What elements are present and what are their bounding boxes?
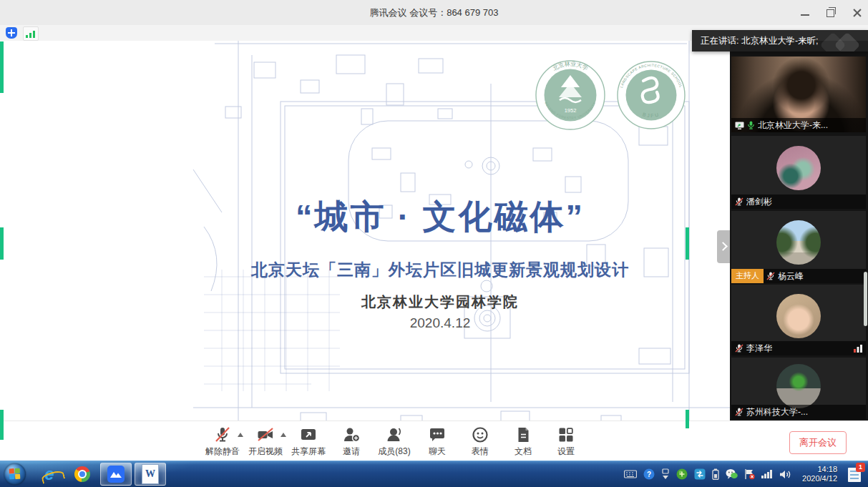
participant-tile[interactable]: 潘剑彬	[731, 136, 866, 209]
window-title: 腾讯会议 会议号：864 679 703	[0, 0, 868, 25]
share-border-segment	[686, 227, 689, 260]
unmute-label: 解除静音	[201, 446, 244, 458]
mic-muted-icon	[735, 197, 743, 206]
members-label: 成员(83)	[373, 446, 416, 458]
svg-text:1952: 1952	[565, 107, 577, 114]
participant-name: 潘剑彬	[746, 196, 772, 208]
security-shield-icon[interactable]	[6, 27, 17, 39]
restore-button[interactable]	[826, 8, 837, 18]
video-options-caret[interactable]	[281, 433, 286, 437]
settings-button[interactable]: 设置	[545, 425, 587, 458]
members-icon	[385, 425, 404, 444]
share-screen-label: 共享屏幕	[287, 446, 330, 458]
emoji-button[interactable]: 表情	[459, 425, 502, 458]
window-controls	[801, 0, 862, 25]
share-border-segment	[0, 410, 4, 440]
internet-explorer-icon: e	[44, 466, 54, 483]
minimize-button[interactable]	[801, 8, 811, 18]
show-hidden-icons-caret[interactable]	[661, 468, 670, 480]
sharing-screen-icon	[735, 122, 744, 129]
shared-screen-slide: 北京林业大学 BEIJING FORESTRY UNIVERSITY 1952 …	[0, 41, 730, 461]
avatar	[776, 220, 821, 265]
participant-tile[interactable]: 主持人 杨云峰	[731, 211, 866, 283]
close-button[interactable]	[852, 8, 862, 18]
avatar	[776, 146, 821, 190]
windows-logo-icon	[9, 468, 21, 481]
network-signal-icon[interactable]	[761, 469, 773, 479]
taskbar-meeting-button[interactable]	[100, 463, 132, 486]
chat-button[interactable]: 聊天	[416, 425, 459, 458]
slide-title: “城市 · 文化磁体”	[150, 195, 730, 240]
window-titlebar: 腾讯会议 会议号：864 679 703	[0, 0, 868, 25]
remote-desktop-icon[interactable]	[694, 468, 706, 480]
participant-name: 北京林业大学-来...	[758, 119, 828, 132]
emoji-label: 表情	[459, 446, 502, 458]
antivirus-icon[interactable]	[676, 468, 688, 480]
svg-text:?: ?	[647, 471, 651, 478]
network-quality-icon[interactable]	[23, 26, 39, 41]
slide-subtitle: 北京天坛「三南」外坛片区旧城更新景观规划设计	[150, 259, 730, 281]
docs-icon	[514, 425, 532, 444]
taskbar-word-button[interactable]: W	[135, 463, 166, 486]
participants-sidebar: 北京林业大学-来... 潘剑彬 主持人	[730, 41, 868, 420]
taskbar-clock[interactable]: 14:18 2020/4/12	[802, 465, 837, 483]
landscape-school-logo: LANDSCAPE ARCHITECTURE SCHOOL BJFU	[615, 59, 687, 131]
chat-icon	[428, 425, 447, 444]
poor-network-icon	[854, 344, 862, 353]
wechat-icon[interactable]	[726, 468, 738, 480]
slide-organization: 北京林业大学园林学院	[150, 292, 730, 312]
mic-muted-icon	[213, 425, 232, 444]
unmute-button[interactable]: 解除静音	[201, 425, 244, 458]
taskbar-ie-button[interactable]: e	[34, 463, 64, 485]
sidebar-collapse-handle[interactable]	[717, 230, 730, 263]
docs-label: 文档	[502, 446, 545, 458]
input-help-icon[interactable]: ?	[643, 468, 655, 480]
avatar	[776, 364, 821, 408]
share-screen-button[interactable]: 共享屏幕	[287, 425, 330, 458]
tencent-meeting-icon	[107, 466, 125, 483]
clock-date: 2020/4/12	[802, 474, 837, 483]
start-video-button[interactable]: 开启视频	[244, 425, 287, 458]
notification-badge: 1	[856, 463, 865, 472]
invite-icon	[342, 425, 361, 444]
participant-tile[interactable]: 苏州科技大学-...	[731, 358, 866, 419]
sticky-notes-icon[interactable]: 1	[847, 465, 864, 483]
share-border-segment	[0, 227, 4, 260]
restore-icon	[826, 9, 834, 17]
share-border-segment	[0, 41, 4, 93]
speaking-banner: 正在讲话: 北京林业大学-来昕;	[692, 30, 868, 51]
participant-name: 李泽华	[746, 343, 772, 355]
share-border-segment	[686, 410, 689, 428]
mic-options-caret[interactable]	[238, 433, 243, 437]
invite-label: 邀请	[330, 446, 373, 458]
docs-button[interactable]: 文档	[502, 425, 545, 458]
mic-muted-icon	[766, 272, 775, 280]
minimize-icon	[801, 8, 809, 16]
start-video-label: 开启视频	[244, 446, 287, 458]
sidebar-scrollbar[interactable]	[864, 272, 867, 326]
word-icon: W	[142, 464, 159, 484]
members-button[interactable]: 成员(83)	[373, 425, 416, 458]
host-badge: 主持人	[731, 269, 764, 283]
slide-date: 2020.4.12	[150, 315, 730, 331]
emoji-icon	[471, 425, 489, 444]
settings-icon	[557, 425, 575, 444]
settings-label: 设置	[545, 446, 587, 458]
meeting-control-bar: 解除静音 开启视频 共享屏幕	[0, 420, 868, 462]
mic-on-icon	[747, 121, 755, 129]
participant-tile[interactable]: 北京林业大学-来...	[731, 56, 866, 132]
battery-icon[interactable]	[712, 468, 719, 480]
volume-icon[interactable]	[779, 469, 791, 480]
chrome-icon	[74, 466, 90, 482]
leave-meeting-button[interactable]: 离开会议	[789, 431, 847, 454]
invite-button[interactable]: 邀请	[330, 425, 373, 458]
participant-tile[interactable]: 李泽华	[731, 285, 866, 355]
chat-label: 聊天	[416, 446, 459, 458]
avatar	[776, 294, 821, 338]
meeting-logo-watermark	[834, 32, 861, 51]
keyboard-icon[interactable]	[624, 469, 637, 479]
taskbar-chrome-button[interactable]	[67, 463, 97, 485]
system-tray: ?	[624, 465, 868, 483]
start-button[interactable]	[4, 463, 26, 485]
action-center-flag-icon[interactable]	[744, 468, 755, 480]
